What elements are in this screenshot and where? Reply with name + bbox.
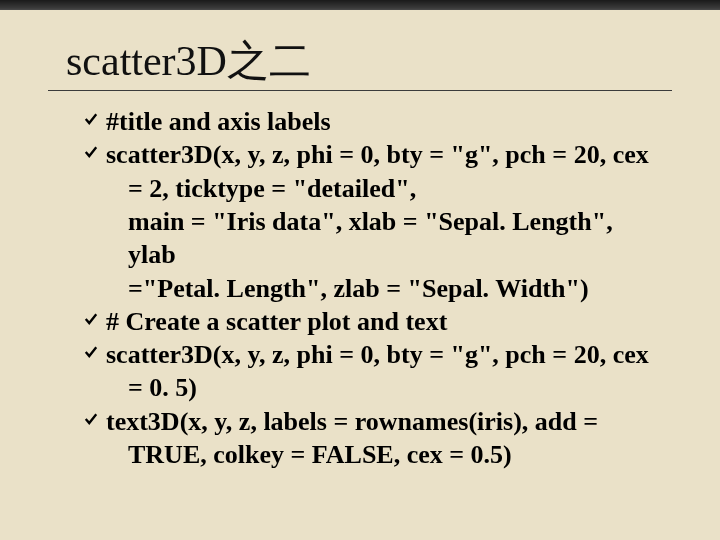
body-line: ="Petal. Length", zlab = "Sepal. Width") (84, 272, 664, 305)
body-text: scatter3D(x, y, z, phi = 0, bty = "g", p… (106, 138, 664, 171)
body-line: = 0. 5) (84, 371, 664, 404)
body-line: # Create a scatter plot and text (84, 305, 664, 338)
check-icon (84, 138, 106, 160)
body-line: scatter3D(x, y, z, phi = 0, bty = "g", p… (84, 338, 664, 371)
body-text: TRUE, colkey = FALSE, cex = 0.5) (106, 438, 664, 471)
body-line: = 2, ticktype = "detailed", (84, 172, 664, 205)
body-text: text3D(x, y, z, labels = rownames(iris),… (106, 405, 664, 438)
window-top-bar (0, 0, 720, 10)
title-underline (48, 90, 672, 91)
body-text: = 2, ticktype = "detailed", (106, 172, 664, 205)
slide: scatter3D之二 #title and axis labels scatt… (0, 10, 720, 491)
check-icon (84, 338, 106, 360)
body-line: main = "Iris data", xlab = "Sepal. Lengt… (84, 205, 664, 272)
check-icon (84, 305, 106, 327)
check-icon (84, 405, 106, 427)
body-text: # Create a scatter plot and text (106, 305, 664, 338)
slide-title: scatter3D之二 (48, 38, 672, 84)
body-text: = 0. 5) (106, 371, 664, 404)
body-line: scatter3D(x, y, z, phi = 0, bty = "g", p… (84, 138, 664, 171)
body-line: text3D(x, y, z, labels = rownames(iris),… (84, 405, 664, 438)
check-icon (84, 105, 106, 127)
body-line: TRUE, colkey = FALSE, cex = 0.5) (84, 438, 664, 471)
slide-body: #title and axis labels scatter3D(x, y, z… (48, 105, 672, 471)
body-line: #title and axis labels (84, 105, 664, 138)
body-text: main = "Iris data", xlab = "Sepal. Lengt… (106, 205, 664, 272)
body-text: scatter3D(x, y, z, phi = 0, bty = "g", p… (106, 338, 664, 371)
body-text: ="Petal. Length", zlab = "Sepal. Width") (106, 272, 664, 305)
body-text: #title and axis labels (106, 105, 664, 138)
